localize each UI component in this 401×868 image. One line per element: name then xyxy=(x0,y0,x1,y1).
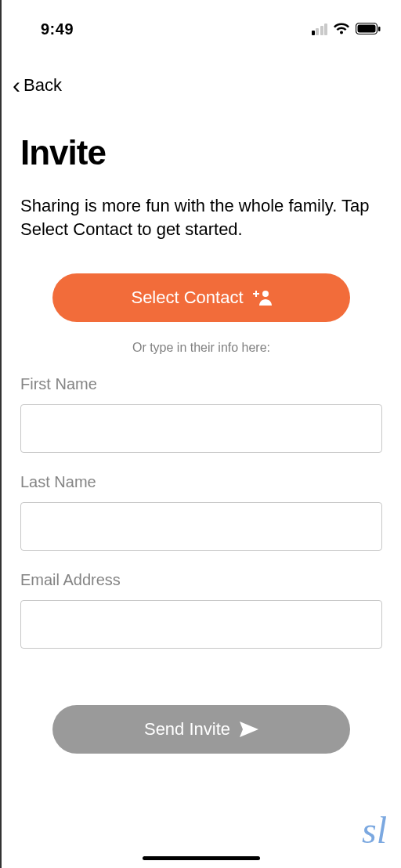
last-name-group: Last Name xyxy=(20,473,382,551)
svg-rect-1 xyxy=(358,25,376,33)
select-contact-label: Select Contact xyxy=(131,288,243,308)
first-name-input[interactable] xyxy=(20,404,382,453)
send-invite-button[interactable]: Send Invite xyxy=(52,705,350,754)
content-area: Invite Sharing is more fun with the whol… xyxy=(2,133,401,754)
first-name-label: First Name xyxy=(20,375,382,393)
last-name-input[interactable] xyxy=(20,502,382,551)
app-logo: sl xyxy=(362,812,387,849)
svg-rect-4 xyxy=(255,291,257,297)
page-title: Invite xyxy=(20,133,382,172)
back-label: Back xyxy=(23,75,62,96)
status-bar: 9:49 xyxy=(2,9,401,49)
send-icon xyxy=(240,722,258,737)
page-subtitle: Sharing is more fun with the whole famil… xyxy=(20,194,382,241)
select-contact-button[interactable]: Select Contact xyxy=(52,273,350,322)
person-add-icon xyxy=(253,290,272,306)
cellular-icon xyxy=(312,24,328,35)
last-name-label: Last Name xyxy=(20,473,382,491)
status-indicators xyxy=(312,23,381,35)
svg-marker-6 xyxy=(240,722,258,737)
email-label: Email Address xyxy=(20,571,382,589)
email-group: Email Address xyxy=(20,571,382,649)
back-button[interactable]: ‹ Back xyxy=(2,49,401,97)
svg-point-5 xyxy=(262,291,269,297)
send-invite-label: Send Invite xyxy=(144,719,230,740)
battery-icon xyxy=(356,23,381,35)
svg-rect-2 xyxy=(378,27,381,31)
status-time: 9:49 xyxy=(41,20,74,38)
chevron-left-icon: ‹ xyxy=(13,74,20,97)
wifi-icon xyxy=(333,23,350,35)
divider-text: Or type in their info here: xyxy=(20,341,382,355)
first-name-group: First Name xyxy=(20,375,382,453)
email-input[interactable] xyxy=(20,600,382,649)
home-indicator[interactable] xyxy=(143,856,260,860)
